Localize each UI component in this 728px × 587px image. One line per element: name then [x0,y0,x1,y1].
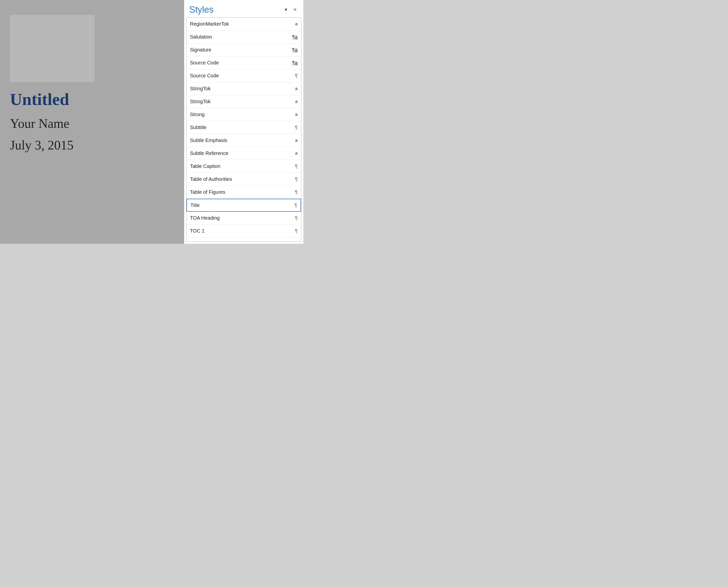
style-item-name: RegionMarkerTok [190,21,290,27]
style-item-icon: a [290,138,298,143]
style-item[interactable]: Subtle Referencea [187,147,301,160]
style-item-icon: ¶ [290,228,298,234]
style-item-icon: ¶ [290,189,298,195]
styles-close-button[interactable]: ✕ [292,6,298,13]
style-item-icon: a [290,151,298,156]
style-item-icon: ¶a [290,47,298,53]
styles-panel-header: Styles ▼ ✕ [184,0,304,17]
style-item-icon: ¶ [290,203,297,208]
style-item-name: Table of Authorities [190,177,290,182]
style-item-name: Salutation [190,34,290,40]
cover-image [10,15,95,82]
style-item[interactable]: StringToka [187,82,301,95]
style-item-icon: ¶ [290,163,298,169]
style-item[interactable]: Subtitle¶ [187,121,301,134]
style-item[interactable]: Stronga [187,108,301,121]
style-item-name: Subtitle [190,125,290,130]
styles-list: RegionMarkerTokaSalutation¶aSignature¶aS… [186,17,301,242]
style-item[interactable]: Table of Figures¶ [187,186,301,199]
document-author: Your Name [10,116,69,131]
style-item[interactable]: TOA Heading¶ [187,212,301,225]
style-item-icon: a [290,112,298,117]
style-item-icon: ¶ [290,125,298,130]
styles-panel-title: Styles [189,4,214,15]
document-title: Untitled [10,90,69,109]
style-item-name: Source Code [190,60,290,66]
style-item[interactable]: Table of Authorities¶ [187,173,301,186]
style-item-name: Table of Figures [190,189,290,195]
style-item[interactable]: Table Caption¶ [187,160,301,173]
style-item-icon: a [290,99,298,104]
style-item-icon: ¶a [290,34,298,40]
style-item[interactable]: Subtle Emphasisa [187,134,301,147]
document-date: July 3, 2015 [10,138,74,152]
style-item[interactable]: TOC 1¶ [187,225,301,237]
styles-panel: Styles ▼ ✕ RegionMarkerTokaSalutation¶aS… [184,0,304,244]
styles-dropdown-button[interactable]: ▼ [282,7,290,13]
style-item-name: Source Code [190,73,290,78]
style-item-name: Subtle Reference [190,150,290,156]
style-item-icon: a [290,86,298,91]
document-area: Untitled Your Name July 3, 2015 [0,0,184,244]
style-item[interactable]: Source Code¶a [187,56,301,69]
style-item-icon: ¶a [290,60,298,66]
style-item[interactable]: RegionMarkerToka [187,18,301,30]
style-item[interactable]: Title¶ [187,199,301,212]
style-item-name: Table Caption [190,163,290,169]
style-item-name: StringTok [190,99,290,104]
style-item-name: Subtle Emphasis [190,138,290,143]
style-item-icon: a [290,21,298,27]
style-item-name: TOA Heading [190,215,290,221]
style-item[interactable]: Salutation¶a [187,30,301,44]
style-item[interactable]: StringToka [187,95,301,108]
style-item[interactable]: Source Code¶ [187,69,301,82]
style-item-name: Title [191,203,290,208]
style-item-icon: ¶ [290,177,298,182]
style-item-name: Strong [190,112,290,117]
style-item-name: TOC 1 [190,228,290,234]
style-item[interactable]: Signature¶a [187,44,301,56]
style-item-icon: ¶ [290,73,298,78]
style-item-icon: ¶ [290,215,298,221]
style-item-name: StringTok [190,86,290,92]
styles-header-icons: ▼ ✕ [282,6,298,13]
style-item-name: Signature [190,47,290,53]
